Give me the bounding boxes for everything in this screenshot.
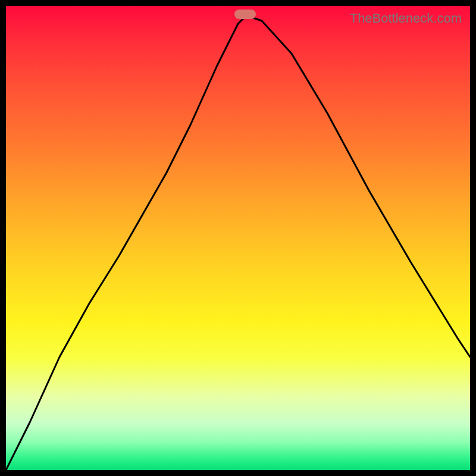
- plot-area: TheBottleneck.com: [6, 6, 470, 470]
- chart-container: TheBottleneck.com: [0, 0, 476, 476]
- line-chart-svg: [6, 6, 470, 470]
- minimum-marker: [234, 10, 256, 19]
- curve-path: [6, 15, 470, 470]
- watermark-text: TheBottleneck.com: [350, 11, 462, 26]
